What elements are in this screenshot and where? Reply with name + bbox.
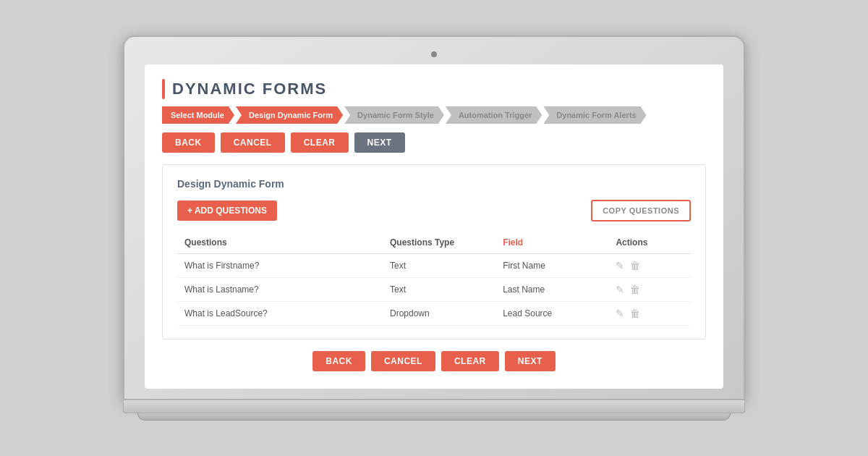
screen-content: DYNAMIC FORMS Select Module Design Dynam…	[145, 64, 723, 389]
edit-icon[interactable]: ✎	[616, 284, 624, 295]
table-row: What is Firstname?TextFirst Name✎🗑	[177, 254, 691, 278]
cell-question: What is Lastname?	[177, 278, 383, 302]
design-form-card: Design Dynamic Form + ADD QUESTIONS COPY…	[162, 164, 706, 339]
cell-type: Dropdown	[383, 302, 495, 326]
col-header-questions: Questions	[177, 232, 383, 254]
col-header-field: Field	[495, 232, 608, 254]
steps-navigation: Select Module Design Dynamic Form Dynami…	[162, 106, 706, 124]
copy-questions-button[interactable]: COPY QUESTIONS	[591, 200, 691, 221]
page-title-bar: DYNAMIC FORMS	[162, 79, 706, 99]
top-clear-button[interactable]: CLEAR	[291, 132, 349, 153]
bottom-next-button[interactable]: NEXT	[505, 351, 556, 371]
form-card-actions: + ADD QUESTIONS COPY QUESTIONS	[177, 200, 691, 221]
cell-field: Lead Source	[495, 302, 608, 326]
top-action-buttons: BACK CANCEL CLEAR NEXT	[162, 132, 706, 153]
delete-icon[interactable]: 🗑	[630, 260, 640, 271]
delete-icon[interactable]: 🗑	[630, 308, 640, 319]
bottom-back-button[interactable]: BACK	[312, 351, 365, 371]
step-automation-trigger[interactable]: Automation Trigger	[446, 106, 542, 124]
cell-field: Last Name	[495, 278, 608, 302]
cell-type: Text	[383, 254, 495, 278]
col-header-actions: Actions	[608, 232, 691, 254]
step-label: Automation Trigger	[459, 111, 532, 119]
add-questions-button[interactable]: + ADD QUESTIONS	[177, 200, 277, 221]
delete-icon[interactable]: 🗑	[630, 284, 640, 295]
laptop-shell: DYNAMIC FORMS Select Module Design Dynam…	[123, 35, 745, 421]
cell-actions: ✎🗑	[608, 278, 691, 302]
step-select-module[interactable]: Select Module	[162, 106, 234, 124]
action-icons: ✎🗑	[616, 308, 684, 319]
top-cancel-button[interactable]: CANCEL	[221, 132, 285, 153]
top-back-button[interactable]: BACK	[162, 132, 215, 153]
cell-question: What is LeadSource?	[177, 302, 383, 326]
step-label: Dynamic Form Alerts	[556, 111, 636, 119]
cell-actions: ✎🗑	[608, 302, 691, 326]
form-card-title: Design Dynamic Form	[177, 178, 691, 190]
cell-type: Text	[383, 278, 495, 302]
step-label: Design Dynamic Form	[249, 111, 333, 119]
cell-question: What is Firstname?	[177, 254, 383, 278]
title-accent	[162, 79, 165, 99]
bottom-clear-button[interactable]: CLEAR	[441, 351, 499, 371]
edit-icon[interactable]: ✎	[616, 260, 624, 271]
step-design-form[interactable]: Design Dynamic Form	[236, 106, 343, 124]
questions-table: Questions Questions Type Field Actions W…	[177, 232, 691, 326]
laptop-base	[123, 400, 745, 413]
camera	[431, 51, 437, 57]
table-row: What is LeadSource?DropdownLead Source✎🗑	[177, 302, 691, 326]
laptop-foot	[137, 413, 731, 421]
page-title: DYNAMIC FORMS	[172, 80, 327, 98]
step-label: Select Module	[171, 111, 224, 119]
bottom-action-buttons: BACK CANCEL CLEAR NEXT	[162, 351, 706, 371]
screen-bezel: DYNAMIC FORMS Select Module Design Dynam…	[123, 35, 745, 400]
step-label: Dynamic Form Style	[357, 111, 434, 119]
top-next-button[interactable]: NEXT	[354, 132, 405, 153]
cell-field: First Name	[495, 254, 608, 278]
col-header-type: Questions Type	[383, 232, 495, 254]
step-form-style[interactable]: Dynamic Form Style	[344, 106, 444, 124]
cell-actions: ✎🗑	[608, 254, 691, 278]
bottom-cancel-button[interactable]: CANCEL	[371, 351, 435, 371]
table-row: What is Lastname?TextLast Name✎🗑	[177, 278, 691, 302]
action-icons: ✎🗑	[616, 284, 684, 295]
step-form-alerts[interactable]: Dynamic Form Alerts	[543, 106, 646, 124]
table-header-row: Questions Questions Type Field Actions	[177, 232, 691, 254]
edit-icon[interactable]: ✎	[616, 308, 624, 319]
action-icons: ✎🗑	[616, 260, 684, 271]
